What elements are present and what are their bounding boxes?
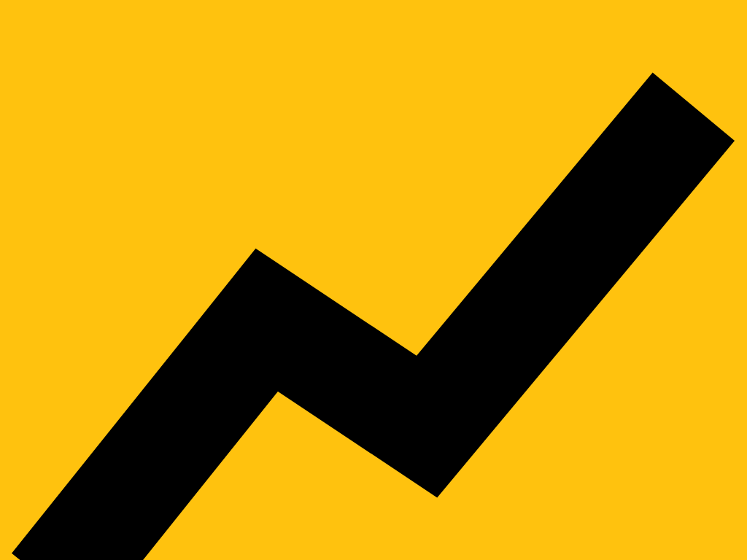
app-icon	[0, 0, 747, 560]
desktop: { "window": { "title": "Chart Analyzer 4…	[0, 0, 747, 560]
title-bar[interactable]: Chart Analyzer 4.0 <teipan> ×	[0, 0, 747, 13]
